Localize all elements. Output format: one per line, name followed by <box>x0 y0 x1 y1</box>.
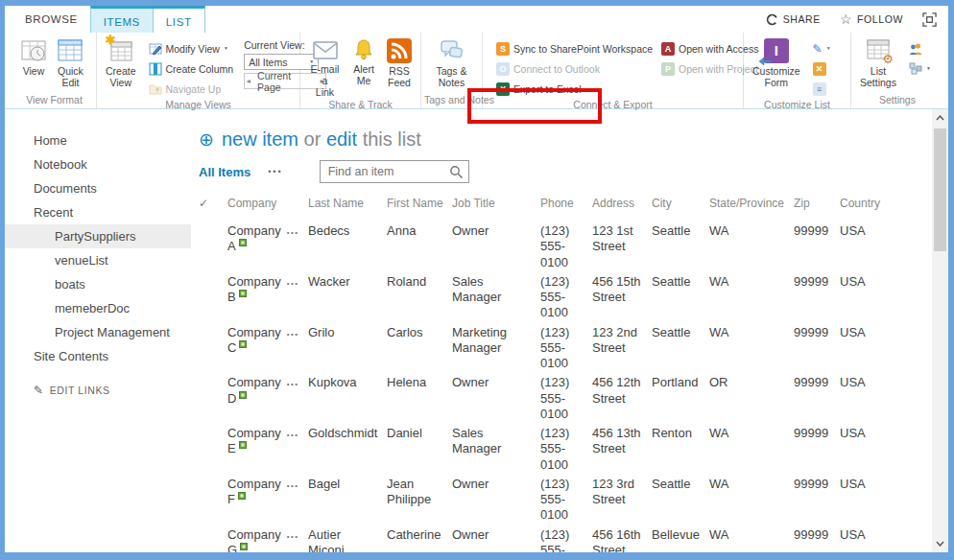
sync-sharepoint-workspace-button[interactable]: S Sync to SharePoint Workspace <box>493 39 647 58</box>
row-select-cell[interactable] <box>199 270 227 321</box>
item-menu-ellipsis[interactable]: ••• <box>287 330 299 338</box>
previous-page-icon[interactable]: ◄ <box>245 78 251 84</box>
modify-view-button[interactable]: Modify View ▼ <box>146 39 237 58</box>
view-more-ellipsis[interactable]: ••• <box>268 167 282 176</box>
item-menu-ellipsis[interactable]: ••• <box>287 481 299 490</box>
workflow-settings-button[interactable]: ▼ <box>906 59 934 78</box>
tab-browse[interactable]: BROWSE <box>12 6 90 33</box>
select-all-checkmark[interactable]: ✓ <box>199 195 227 220</box>
column-header-state-province[interactable]: State/Province <box>709 195 794 220</box>
company-link[interactable]: Company <box>227 426 281 440</box>
row-select-cell[interactable] <box>199 220 227 270</box>
column-header-last-name[interactable]: Last Name <box>308 195 387 220</box>
item-menu-ellipsis[interactable]: ••• <box>287 532 299 541</box>
tab-items[interactable]: ITEMS <box>91 9 154 33</box>
sidebar-item-partysuppliers[interactable]: PartySuppliers <box>5 224 191 248</box>
company-link[interactable]: Company <box>227 375 281 389</box>
company-link[interactable]: C <box>227 340 236 355</box>
item-menu-ellipsis[interactable]: ••• <box>287 279 299 288</box>
table-row[interactable]: Company•••FBagelJean PhilippeOwner(123) … <box>199 473 899 524</box>
company-link[interactable]: B <box>227 290 236 304</box>
company-cell[interactable]: Company•••G <box>227 524 308 553</box>
sidebar-item-site-contents[interactable]: Site Contents <box>5 344 191 368</box>
company-link[interactable]: Company <box>227 527 281 542</box>
list-settings-button[interactable]: ⚙ List Settings <box>854 35 902 88</box>
list-permissions-button[interactable] <box>906 39 926 58</box>
row-select-cell[interactable] <box>199 371 227 422</box>
table-row[interactable]: Company•••CGriloCarlosMarketing Manager(… <box>199 321 899 372</box>
navigate-up-icon <box>149 82 162 96</box>
row-select-cell[interactable] <box>199 422 227 473</box>
sidebar-item-home[interactable]: Home <box>5 128 191 152</box>
new-item-link[interactable]: new item <box>222 128 298 150</box>
row-select-cell[interactable] <box>199 321 227 372</box>
company-link[interactable]: Company <box>227 325 281 339</box>
column-header-city[interactable]: City <box>652 195 709 220</box>
search-icon[interactable] <box>449 165 464 179</box>
column-header-company[interactable]: Company <box>227 195 308 220</box>
search-input[interactable] <box>321 165 443 178</box>
cell-zip: 99999 <box>794 473 840 524</box>
company-link[interactable]: Company <box>227 223 281 238</box>
table-row[interactable]: Company•••DKupkovaHelenaOwner(123) 555-0… <box>199 371 899 422</box>
email-link-button[interactable]: E-mail a Link <box>303 35 346 98</box>
company-link[interactable]: Company <box>227 274 281 289</box>
add-new-item-icon[interactable]: ⊕ <box>199 130 214 149</box>
vertical-scrollbar[interactable] <box>932 109 948 552</box>
sidebar-item-boats[interactable]: boats <box>5 272 191 296</box>
edit-list-button[interactable]: ✎ ▼ <box>810 39 834 58</box>
company-cell[interactable]: Company•••D <box>227 371 308 422</box>
company-link[interactable]: G <box>227 543 237 552</box>
row-select-cell[interactable] <box>199 473 227 524</box>
share-button[interactable]: SHARE <box>766 13 821 26</box>
company-cell[interactable]: Company•••E <box>227 422 308 473</box>
column-header-phone[interactable]: Phone <box>540 195 592 220</box>
company-link[interactable]: D <box>227 391 236 406</box>
view-button[interactable]: View <box>15 35 52 77</box>
tags-notes-button[interactable]: Tags & Notes <box>430 35 472 88</box>
sidebar-item-venuelist[interactable]: venueList <box>5 248 191 272</box>
default-forms-button[interactable]: ≡ <box>810 80 829 98</box>
column-header-country[interactable]: Country <box>840 195 899 220</box>
sidebar-item-memeberdoc[interactable]: memeberDoc <box>5 296 191 320</box>
scroll-up-arrow[interactable] <box>932 109 948 127</box>
sidebar-item-project-management[interactable]: Project Management <box>5 320 191 344</box>
company-link[interactable]: F <box>227 492 235 506</box>
scroll-down-arrow[interactable] <box>932 535 948 552</box>
item-menu-ellipsis[interactable]: ••• <box>287 228 299 237</box>
row-select-cell[interactable] <box>199 524 227 553</box>
table-row[interactable]: Company•••GAutier MiconiCatherineOwner(1… <box>199 524 899 553</box>
form-web-parts-button[interactable]: ✕ <box>810 59 829 78</box>
table-row[interactable]: Company•••BWackerRolandSales Manager(123… <box>199 270 899 321</box>
company-link[interactable]: A <box>227 239 236 253</box>
create-view-button[interactable]: ✱ Create View <box>100 35 142 88</box>
column-header-job-title[interactable]: Job Title <box>452 195 540 220</box>
sidebar-item-recent[interactable]: Recent <box>5 200 191 224</box>
item-menu-ellipsis[interactable]: ••• <box>287 431 299 439</box>
follow-button[interactable]: ☆ FOLLOW <box>840 12 903 26</box>
view-selector-all-items[interactable]: All Items <box>199 165 250 179</box>
item-menu-ellipsis[interactable]: ••• <box>287 380 299 388</box>
edit-links-button[interactable]: ✎ EDIT LINKS <box>5 384 191 397</box>
table-row[interactable]: Company•••EGoldschmidtDanielSales Manage… <box>199 422 899 473</box>
company-link[interactable]: Company <box>227 477 281 491</box>
create-column-button[interactable]: Create Column <box>146 59 237 78</box>
company-link[interactable]: E <box>227 441 236 455</box>
table-row[interactable]: Company•••ABedecsAnnaOwner(123) 555-0100… <box>199 220 899 270</box>
sidebar-item-notebook[interactable]: Notebook <box>5 152 191 176</box>
column-header-first-name[interactable]: First Name <box>387 195 452 220</box>
edit-list-link[interactable]: edit <box>326 128 357 150</box>
sidebar-item-documents[interactable]: Documents <box>5 176 191 200</box>
column-header-address[interactable]: Address <box>592 195 652 220</box>
quick-edit-button[interactable]: Quick Edit <box>52 35 89 88</box>
rss-feed-button[interactable]: RSS Feed <box>381 35 417 88</box>
company-cell[interactable]: Company•••C <box>227 321 308 372</box>
company-cell[interactable]: Company•••B <box>227 270 308 321</box>
company-cell[interactable]: Company•••F <box>227 473 308 524</box>
alert-me-button[interactable]: Alert Me <box>346 35 381 86</box>
tab-list[interactable]: LIST <box>154 9 204 33</box>
company-cell[interactable]: Company•••A <box>227 220 308 270</box>
focus-on-content-button[interactable] <box>922 12 937 27</box>
scrollbar-thumb[interactable] <box>934 128 946 251</box>
column-header-zip[interactable]: Zip <box>794 195 840 220</box>
